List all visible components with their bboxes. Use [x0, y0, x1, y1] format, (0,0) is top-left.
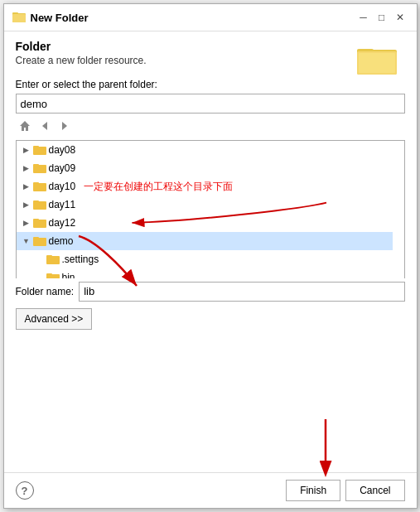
- svg-rect-15: [33, 182, 39, 185]
- tree-label-day12: day12: [49, 217, 76, 229]
- tree-label-settings: .settings: [62, 254, 99, 265]
- folder-large-icon: [357, 43, 397, 79]
- title-bar-controls: ─ □ ✕: [355, 9, 408, 26]
- folder-name-input[interactable]: [79, 282, 404, 302]
- back-button[interactable]: [36, 117, 54, 135]
- tree-item-bin[interactable]: bin: [17, 268, 393, 278]
- expander-day12[interactable]: ▶: [20, 216, 33, 229]
- folder-icon-settings: [46, 253, 60, 266]
- home-button[interactable]: [16, 117, 34, 135]
- expander-demo[interactable]: ▼: [20, 234, 33, 248]
- close-button[interactable]: ✕: [392, 9, 408, 26]
- folder-tree[interactable]: ▶ day08 ▶ day09 ▶: [16, 140, 405, 278]
- svg-rect-6: [359, 53, 395, 73]
- tree-label-day09: day09: [49, 162, 76, 174]
- tree-item-day11[interactable]: ▶ day11: [17, 196, 393, 214]
- advanced-button[interactable]: Advanced >>: [16, 308, 93, 330]
- expander-day11[interactable]: ▶: [20, 198, 33, 211]
- tree-label-demo: demo: [49, 235, 74, 247]
- folder-name-row: Folder name:: [16, 282, 405, 302]
- tree-label-day11: day11: [49, 199, 76, 210]
- annotation-text: 一定要在创建的工程这个目录下面: [84, 180, 233, 194]
- tree-item-day09[interactable]: ▶ day09: [17, 159, 393, 177]
- section-title: Folder: [16, 40, 357, 53]
- dialog-title: New Folder: [31, 12, 89, 24]
- tree-item-day12[interactable]: ▶ day12: [17, 214, 393, 232]
- svg-rect-23: [46, 255, 52, 258]
- folder-icon-day08: [33, 143, 46, 157]
- minimize-button[interactable]: ─: [355, 9, 372, 26]
- tree-label-day10: day10: [49, 181, 76, 192]
- footer-row: ? Finish Cancel: [4, 472, 417, 508]
- tree-item-day10[interactable]: ▶ day10 一定要在创建的工程这个目录下面: [17, 177, 393, 196]
- svg-rect-21: [33, 237, 39, 239]
- tree-item-day08[interactable]: ▶ day08: [17, 141, 393, 159]
- expander-day08[interactable]: ▶: [20, 143, 33, 157]
- svg-rect-13: [33, 164, 39, 167]
- cancel-button[interactable]: Cancel: [345, 480, 404, 501]
- svg-rect-25: [46, 273, 52, 276]
- parent-folder-input[interactable]: [16, 94, 405, 114]
- svg-marker-9: [62, 122, 67, 130]
- dialog-title-icon: [12, 10, 26, 26]
- folder-icon-demo: [33, 234, 46, 248]
- expander-bin[interactable]: [33, 271, 46, 278]
- expander-settings[interactable]: [33, 253, 46, 266]
- expander-day09[interactable]: ▶: [20, 162, 33, 175]
- new-folder-dialog: New Folder ─ □ ✕ Folder Create a new fol…: [3, 3, 418, 509]
- header-section: Folder Create a new folder resource.: [16, 40, 405, 79]
- folder-icon-bin: [46, 271, 60, 278]
- svg-rect-19: [33, 219, 39, 221]
- svg-rect-17: [33, 200, 39, 203]
- parent-folder-label: Enter or select the parent folder:: [16, 79, 405, 90]
- tree-item-settings[interactable]: .settings: [17, 250, 393, 268]
- folder-name-label: Folder name:: [16, 286, 75, 297]
- section-desc: Create a new folder resource.: [16, 55, 357, 66]
- tree-label-day08: day08: [49, 144, 76, 156]
- svg-marker-7: [20, 121, 30, 131]
- help-button[interactable]: ?: [16, 481, 34, 500]
- folder-icon-day12: [33, 216, 46, 229]
- tree-item-demo[interactable]: ▼ demo: [17, 232, 393, 250]
- tree-label-bin: bin: [62, 272, 75, 278]
- folder-icon-day10: [33, 180, 46, 193]
- folder-toolbar: [16, 117, 405, 135]
- folder-icon-day09: [33, 162, 46, 175]
- svg-marker-8: [42, 122, 47, 130]
- svg-rect-11: [33, 146, 39, 148]
- expander-day10[interactable]: ▶: [20, 180, 33, 193]
- finish-button[interactable]: Finish: [286, 480, 340, 501]
- forward-button[interactable]: [56, 117, 74, 135]
- maximize-button[interactable]: □: [374, 9, 390, 26]
- svg-rect-2: [12, 14, 26, 22]
- folder-icon-day11: [33, 198, 46, 211]
- title-bar: New Folder ─ □ ✕: [4, 4, 417, 31]
